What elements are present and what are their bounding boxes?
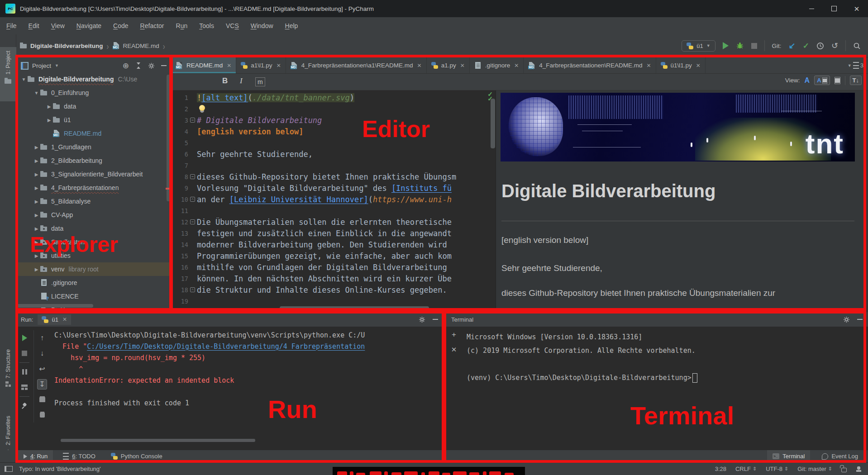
tree-item-readme-md[interactable]: MDREADME.md [16, 127, 171, 140]
tab--gitignore[interactable]: .gitignore✕ [470, 57, 524, 73]
close-button[interactable]: ✕ [845, 0, 868, 17]
status-3-28[interactable]: 3:28 [715, 466, 726, 472]
git-commit-icon[interactable]: ✓ [803, 42, 809, 50]
up-stack-trace-button[interactable]: ↑ [34, 330, 50, 346]
menu-window[interactable]: Window [251, 22, 273, 29]
tab-a1-l1-py[interactable]: a1\l1.py✕ [236, 57, 286, 73]
menu-vcs[interactable]: VCS [226, 22, 239, 29]
fold-marker-icon[interactable]: − [190, 219, 195, 224]
editor-line-7[interactable]: 7 [171, 160, 496, 171]
editor-line-19[interactable]: 19 [171, 295, 496, 307]
run-tab[interactable]: ü1 ✕ [38, 314, 71, 325]
tool-window-button-4-run[interactable]: 4: Run [18, 450, 53, 462]
tree-item-3_signalorientierte_bildverarbeit[interactable]: ▶3_Signalorientierte_Bildverarbeit [16, 167, 171, 181]
new-session-icon[interactable]: + [452, 330, 456, 339]
tool-window-toggle-icon[interactable] [5, 466, 13, 472]
stop-button[interactable] [751, 43, 757, 49]
locate-file-icon[interactable]: ⊕ [123, 62, 129, 70]
gear-icon[interactable] [843, 316, 850, 323]
run-console-output[interactable]: C:\Users\Timo\Desktop\Digitale-Bildverar… [54, 329, 439, 408]
menu-navigate[interactable]: Navigate [76, 22, 101, 29]
hide-panel-icon[interactable] [161, 65, 167, 66]
stop-button[interactable] [16, 346, 33, 361]
tree-item-digitale-bildverarbeitung[interactable]: ▼Digitale-BildverarbeitungC:\Use [16, 72, 171, 86]
close-icon[interactable]: ✕ [646, 62, 651, 69]
close-session-icon[interactable]: ✕ [451, 346, 457, 354]
tool-window-button-6-todo[interactable]: 6: TODO [57, 450, 101, 462]
down-stack-trace-button[interactable]: ↓ [34, 346, 50, 361]
chevron-collapsed-icon[interactable]: ▶ [33, 213, 40, 218]
project-scrollbar[interactable] [167, 75, 171, 201]
tree-item-cv-app[interactable]: ▶CV-App [16, 208, 171, 222]
menu-refactor[interactable]: Refactor [140, 22, 164, 29]
project-hscrollbar[interactable] [16, 304, 93, 308]
chevron-down-icon[interactable]: ▼ [55, 63, 59, 68]
soft-wrap-button[interactable]: ↩ [34, 361, 50, 376]
view-editor-only-button[interactable]: A [805, 76, 810, 85]
git-update-icon[interactable]: ↙ [789, 42, 796, 50]
run-button[interactable] [723, 42, 729, 49]
markdown-code-button[interactable]: m [255, 77, 265, 86]
fold-marker-icon[interactable]: ˄ [190, 287, 195, 292]
search-icon[interactable] [853, 42, 861, 50]
tree-item-2_bildbearbeitung[interactable]: ▶2_Bildbearbeitung [16, 154, 171, 167]
fold-marker-icon[interactable]: − [190, 118, 195, 123]
tree-item-data[interactable]: ▶data [16, 222, 171, 235]
collapse-all-icon[interactable] [135, 62, 142, 69]
menu-tools[interactable]: Tools [199, 22, 214, 29]
chevron-expanded-icon[interactable]: ▼ [33, 90, 40, 95]
tool-window-button-event-log[interactable]: Event Log [816, 450, 863, 462]
chevron-collapsed-icon[interactable]: ▶ [33, 226, 40, 231]
editor-line-10[interactable]: 10˄an der [Leibniz Universität Hannover]… [171, 194, 496, 205]
editor-line-17[interactable]: 17können. In den nächsten Abschnitten wi… [171, 273, 496, 284]
tree-item-5_bildanalyse[interactable]: ▶5_Bildanalyse [16, 195, 171, 208]
breadcrumb-item[interactable]: Digitale-Bildverarbeitung [20, 42, 103, 49]
chevron-collapsed-icon[interactable]: ▶ [33, 240, 40, 245]
lock-icon[interactable] [841, 468, 847, 472]
fold-marker-icon[interactable]: ˄ [190, 197, 195, 202]
gear-icon[interactable] [419, 316, 425, 323]
close-icon[interactable]: ✕ [460, 62, 465, 69]
pause-output-button[interactable] [16, 364, 33, 380]
editor-line-14[interactable]: 14moderner Bildverarbeitung geben. Den S… [171, 239, 496, 250]
run-configuration-select[interactable]: ü1 ▼ [682, 40, 715, 52]
editor-line-1[interactable]: 1![alt text](./data/tnt_banner.svg) [171, 92, 496, 103]
chevron-collapsed-icon[interactable]: ▶ [33, 185, 40, 190]
editor-line-15[interactable]: 15Programmierübungen gezeigt, wie einfac… [171, 250, 496, 261]
intention-bulb-icon[interactable] [199, 105, 205, 111]
editor-line-5[interactable]: 5 [171, 137, 496, 148]
chevron-collapsed-icon[interactable]: ▶ [33, 253, 40, 258]
close-icon[interactable]: ✕ [514, 62, 519, 69]
menu-file[interactable]: File [6, 22, 17, 29]
terminal-output[interactable]: Microsoft Windows [Version 10.0.18363.13… [467, 330, 865, 385]
chevron-collapsed-icon[interactable]: ▶ [33, 145, 40, 150]
tool-window-button-terminal[interactable]: >_Terminal [767, 450, 810, 462]
editor-line-3[interactable]: 3−# Digitale Bildverarbeitung [171, 114, 496, 126]
tree-item-data[interactable]: ▶data [16, 100, 171, 113]
editor-line-12[interactable]: 12−Die Übungsmaterialien sollen die erle… [171, 216, 496, 228]
status-utf-8[interactable]: UTF-8⇕ [766, 466, 788, 472]
markdown-bold-button[interactable]: B [222, 76, 228, 86]
tree-item-4_farbrepr-sentationen[interactable]: ▶4_Farbrepräsentationen [16, 181, 171, 195]
rollback-icon[interactable]: ↺ [831, 42, 838, 50]
editor-line-11[interactable]: 11 [171, 205, 496, 216]
run-hscrollbar[interactable] [61, 439, 255, 442]
close-icon[interactable]: ✕ [277, 62, 281, 69]
editor-line-4[interactable]: 4[english version below] [171, 126, 496, 137]
editor-line-16[interactable]: 16mithilfe von Grundlagen der Digitalen … [171, 261, 496, 273]
clear-all-button[interactable] [34, 407, 50, 423]
chevron-collapsed-icon[interactable]: ▶ [33, 172, 40, 177]
editor-line-18[interactable]: 18˄die Struktur und Inhalte dieses Onlin… [171, 284, 496, 295]
tool-window-button-7-structure[interactable]: 7: Structure [0, 346, 16, 401]
editor-hscrollbar[interactable] [280, 306, 429, 310]
menu-run[interactable]: Run [176, 22, 188, 29]
tree-item--1[interactable]: ▶ü1 [16, 113, 171, 127]
tab-readme-md[interactable]: MDREADME.md✕ [171, 57, 236, 73]
close-icon[interactable]: ✕ [417, 62, 422, 69]
tree-item--gitignore[interactable]: .gitignore [16, 276, 171, 290]
pin-tab-button[interactable] [16, 398, 33, 413]
debug-button[interactable] [736, 42, 744, 50]
maximize-button[interactable] [823, 0, 845, 17]
history-icon[interactable] [816, 42, 824, 50]
menu-edit[interactable]: Edit [29, 22, 39, 29]
